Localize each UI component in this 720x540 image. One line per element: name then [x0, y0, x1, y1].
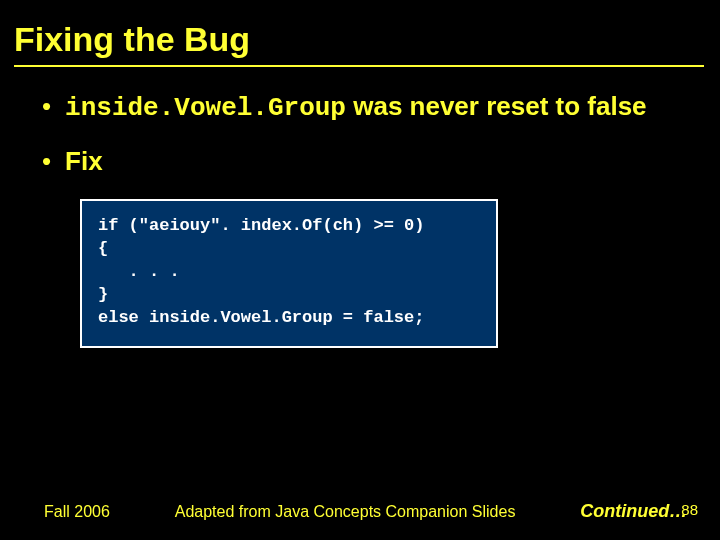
bullet-text: inside.Vowel.Group was never reset to fa… [65, 91, 646, 124]
bullet-marker-icon: • [42, 93, 51, 119]
bullet-text: Fix [65, 146, 103, 177]
bullet-rest: was never reset to false [346, 91, 647, 121]
footer-left: Fall 2006 [44, 503, 110, 521]
slide-title: Fixing the Bug [0, 0, 720, 65]
continued-label: Continued… [580, 501, 687, 522]
footer-right: Continued… 88 [580, 501, 698, 522]
slide-footer: Fall 2006 Adapted from Java Concepts Com… [0, 501, 720, 522]
code-block: if ("aeiouy". index.Of(ch) >= 0) { . . .… [80, 199, 498, 348]
page-number: 88 [681, 501, 698, 518]
bullet-marker-icon: • [42, 148, 51, 174]
bullet-item: • inside.Vowel.Group was never reset to … [42, 91, 696, 124]
bullet-item: • Fix [42, 146, 696, 177]
slide-content: • inside.Vowel.Group was never reset to … [0, 67, 720, 348]
footer-center: Adapted from Java Concepts Companion Sli… [110, 503, 581, 521]
inline-code: inside.Vowel.Group [65, 93, 346, 123]
